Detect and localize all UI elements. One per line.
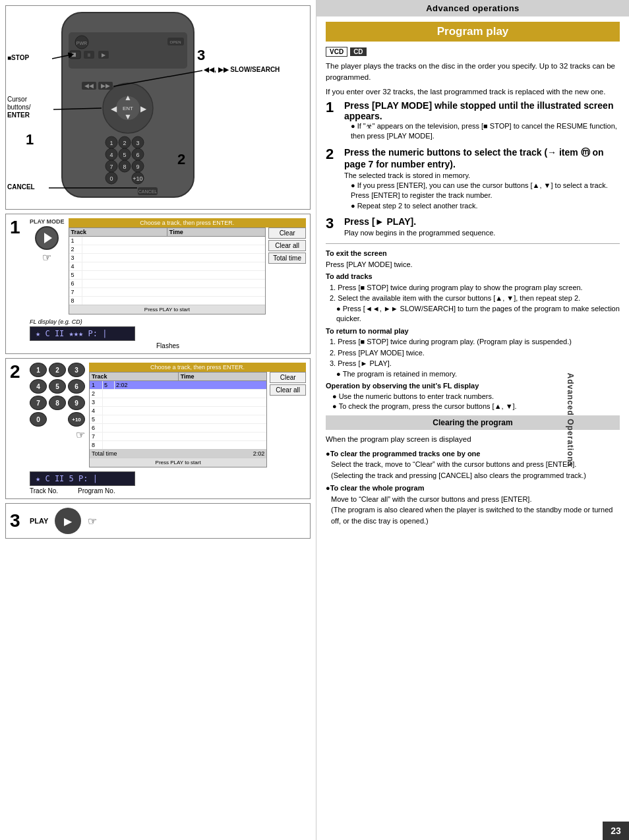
svg-text:+10: +10 bbox=[133, 175, 142, 182]
right-content: Program play VCD CD The player plays the… bbox=[316, 16, 629, 840]
svg-text:OPEN: OPEN bbox=[169, 40, 181, 44]
num-9[interactable]: 9 bbox=[68, 396, 85, 410]
svg-text:▼: ▼ bbox=[124, 112, 132, 121]
program-play-title: Program play bbox=[332, 25, 613, 38]
svg-text:1: 1 bbox=[26, 131, 34, 148]
right-step-2: 2 Press the numeric buttons to select th… bbox=[326, 147, 620, 212]
fl-display-label: Operation by observing the unit’s FL dis… bbox=[326, 380, 620, 392]
to-add-bullet-1: Press [◄◄, ►► SLOW/SEARCH] to turn the p… bbox=[336, 304, 620, 324]
svg-text:PWR: PWR bbox=[76, 41, 87, 45]
svg-text:◀: ◀ bbox=[111, 104, 117, 113]
track-chooser-2: Choose a track, then press ENTER. Track … bbox=[89, 363, 306, 467]
step1-number: 1 bbox=[10, 218, 24, 237]
num-6[interactable]: 6 bbox=[68, 379, 85, 394]
to-exit-text: Press [PLAY MODE] twice. bbox=[326, 259, 620, 270]
program-play-box: Program play bbox=[326, 22, 620, 42]
play-label: PLAY bbox=[30, 517, 48, 525]
right-step-content-2: Press the numeric buttons to select the … bbox=[344, 147, 620, 212]
svg-text:2: 2 bbox=[123, 140, 126, 146]
clear-btn-2[interactable]: Clear bbox=[270, 372, 306, 383]
num-2[interactable]: 2 bbox=[49, 363, 66, 377]
svg-text:ENT: ENT bbox=[123, 105, 133, 111]
right-step-num-1: 1 bbox=[326, 100, 339, 115]
numeric-pad: 1 2 3 4 5 6 7 8 9 0 bbox=[30, 363, 85, 441]
step1-content: PLAY MODE ☞ Choose a track, then press E… bbox=[30, 218, 306, 349]
clearing-one-text: Select the track, move to “Clear” with t… bbox=[331, 459, 620, 481]
svg-text:II: II bbox=[88, 53, 90, 57]
intro-text-1: The player plays the tracks on the disc … bbox=[326, 61, 620, 84]
clear-all-btn-2[interactable]: Clear all bbox=[270, 384, 306, 396]
right-step-1: 1 Press [PLAY MODE] while stopped until … bbox=[326, 100, 620, 142]
to-return-item-1: 1. Press [■ STOP] twice during program p… bbox=[330, 336, 620, 347]
svg-text:2: 2 bbox=[177, 151, 185, 167]
svg-text:buttons/: buttons/ bbox=[7, 104, 31, 111]
right-step-sub-3: Play now begins in the programmed sequen… bbox=[344, 228, 620, 238]
svg-text:▶: ▶ bbox=[140, 104, 147, 113]
svg-text:6: 6 bbox=[136, 152, 139, 158]
track-buttons-2: Clear Clear all bbox=[270, 372, 306, 467]
play-mode-button: PLAY MODE ☞ bbox=[30, 218, 65, 264]
step2-content: 1 2 3 4 5 6 7 8 9 0 bbox=[30, 363, 306, 495]
track-no-label: Track No. bbox=[30, 487, 58, 495]
svg-text:▲: ▲ bbox=[124, 93, 132, 102]
svg-text:9: 9 bbox=[136, 164, 139, 170]
step3-number: 3 bbox=[10, 512, 24, 530]
right-panel: Advanced operations Program play VCD CD … bbox=[316, 0, 629, 840]
num-1[interactable]: 1 bbox=[30, 363, 47, 377]
left-panel: PWR OPEN II ▶ ▲ ▼ ◀ ▶ ENT ◀◀ ▶▶ bbox=[0, 0, 316, 840]
right-step-title-2: Press the numeric buttons to select the … bbox=[344, 147, 620, 169]
step2-panel: 2 1 2 3 4 5 6 7 8 bbox=[5, 358, 311, 499]
right-step-title-3: Press [► PLAY]. bbox=[344, 216, 620, 227]
to-add-item-2: 2. Select the available item with the cu… bbox=[330, 293, 620, 304]
svg-text:ENTER: ENTER bbox=[7, 111, 30, 119]
right-step-bullet-1-0: If "☣" appears on the television, press … bbox=[351, 121, 620, 142]
num-0[interactable]: 0 bbox=[30, 412, 47, 427]
svg-rect-7 bbox=[72, 53, 76, 57]
fl-display-1: FL display (e.g. CD) ★ C II ★★★ P: | Fla… bbox=[30, 318, 306, 349]
clearing-one-label: ●To clear the programmed tracks one by o… bbox=[326, 448, 620, 460]
to-return-label: To return to normal play bbox=[326, 326, 620, 337]
svg-text:7: 7 bbox=[109, 164, 113, 170]
svg-text:■STOP: ■STOP bbox=[7, 54, 29, 61]
num-4[interactable]: 4 bbox=[30, 379, 47, 394]
right-step-title-1: Press [PLAY MODE] while stopped until th… bbox=[344, 100, 620, 121]
track-chooser-1: Choose a track, then press ENTER. Track … bbox=[69, 218, 306, 315]
adv-ops-header: Advanced operations bbox=[316, 0, 629, 16]
badge-cd: CD bbox=[350, 47, 366, 56]
svg-text:CANCEL: CANCEL bbox=[7, 183, 35, 191]
remote-diagram: PWR OPEN II ▶ ▲ ▼ ◀ ▶ ENT ◀◀ ▶▶ bbox=[6, 6, 311, 210]
right-step-num-3: 3 bbox=[326, 216, 339, 231]
svg-text:◀◀, ▶▶ SLOW/SEARCH: ◀◀, ▶▶ SLOW/SEARCH bbox=[203, 66, 280, 73]
clearing-whole-label: ●To clear the whole program bbox=[326, 483, 620, 494]
svg-text:3: 3 bbox=[136, 140, 139, 146]
clear-btn-1[interactable]: Clear bbox=[268, 227, 306, 239]
clearing-intro: When the program play screen is displaye… bbox=[326, 434, 620, 445]
num-5[interactable]: 5 bbox=[49, 379, 66, 394]
right-step-sub-2: The selected track is stored in memory. bbox=[344, 171, 620, 181]
to-return-item-2: 2. Press [PLAY MODE] twice. bbox=[330, 347, 620, 359]
track-footer-2: Press PLAY to start bbox=[90, 458, 266, 467]
to-add-item-1: 1. Press [■ STOP] twice during program p… bbox=[330, 282, 620, 293]
clear-all-btn-1[interactable]: Clear all bbox=[268, 240, 306, 251]
right-step-bullet-2-0: If you press [ENTER], you can use the cu… bbox=[351, 181, 620, 201]
to-add-label: To add tracks bbox=[326, 271, 620, 282]
num-3[interactable]: 3 bbox=[68, 363, 85, 377]
num-7[interactable]: 7 bbox=[30, 396, 47, 410]
svg-text:◀◀: ◀◀ bbox=[84, 82, 94, 89]
svg-text:4: 4 bbox=[109, 152, 113, 158]
badge-vcd: VCD bbox=[326, 47, 347, 57]
clearing-section: When the program play screen is displaye… bbox=[326, 434, 620, 526]
svg-text:5: 5 bbox=[123, 152, 126, 158]
divider-1 bbox=[326, 243, 620, 244]
fl-note-1: Use the numeric buttons to enter track n… bbox=[332, 392, 620, 402]
svg-text:3: 3 bbox=[197, 47, 205, 63]
step1-panel: 1 PLAY MODE ☞ Choose a track, then press… bbox=[5, 214, 311, 354]
step3-content: PLAY ▶ ☞ bbox=[30, 508, 97, 534]
num-8[interactable]: 8 bbox=[49, 396, 66, 410]
fl-note-2: To check the program, press the cursor b… bbox=[332, 402, 620, 411]
num-10[interactable]: +10 bbox=[68, 412, 85, 427]
program-no-label: Program No. bbox=[78, 487, 115, 495]
badges-row: VCD CD bbox=[326, 47, 620, 57]
fl-bar-2: ★ C II 5 P: | bbox=[30, 471, 135, 486]
fl-flashes: Flashes bbox=[30, 342, 306, 349]
